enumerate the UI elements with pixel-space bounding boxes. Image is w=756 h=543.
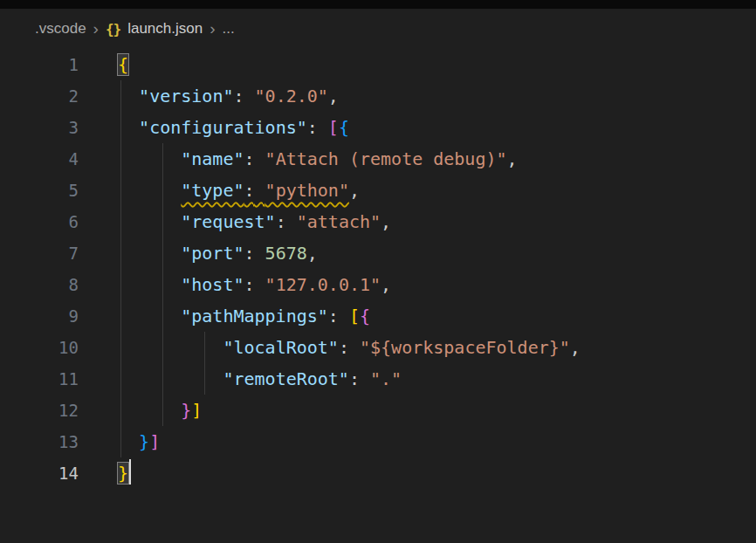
code-token: "version": [139, 86, 233, 107]
code-line-content[interactable]: "remoteRoot": ".": [79, 363, 756, 395]
code-line[interactable]: 5 "type": "python",: [0, 175, 756, 206]
line-number[interactable]: 1: [0, 49, 79, 80]
line-number[interactable]: 14: [0, 457, 79, 489]
code-token: [118, 211, 181, 232]
code-tokens: "request": "attach",: [118, 211, 391, 232]
line-number[interactable]: 11: [0, 363, 79, 395]
code-line[interactable]: 14}: [0, 457, 756, 489]
code-token: ".": [370, 368, 402, 389]
code-line-content[interactable]: }: [79, 457, 756, 489]
line-number[interactable]: 2: [0, 80, 79, 112]
code-tokens: "name": "Attach (remote debug)",: [118, 148, 518, 169]
code-line[interactable]: 7 "port": 5678,: [0, 237, 756, 269]
code-token: [118, 243, 181, 264]
code-line-content[interactable]: "port": 5678,: [79, 237, 756, 269]
code-token: "python": [265, 180, 349, 201]
code-line-content[interactable]: "pathMappings": [{: [79, 300, 756, 332]
code-token: }: [181, 400, 191, 421]
code-token: [118, 86, 139, 107]
code-token: :: [349, 368, 370, 389]
line-number[interactable]: 12: [0, 395, 79, 426]
chevron-right-icon: ›: [210, 20, 215, 37]
code-token: :: [233, 86, 254, 107]
code-token: [118, 148, 181, 169]
code-line-content[interactable]: "name": "Attach (remote debug)",: [79, 143, 756, 175]
code-token: [118, 180, 181, 201]
code-line-content[interactable]: "request": "attach",: [79, 206, 756, 237]
code-line[interactable]: 6 "request": "attach",: [0, 206, 756, 237]
code-token: "remoteRoot": [223, 368, 349, 389]
code-token: [118, 274, 181, 295]
code-token: "request": [181, 211, 275, 232]
line-number[interactable]: 6: [0, 206, 79, 237]
code-token: ,: [381, 274, 391, 295]
code-token: [118, 431, 139, 452]
code-token: "${workspaceFolder}": [360, 337, 570, 358]
code-token: :: [328, 306, 349, 326]
code-token: :: [244, 180, 265, 201]
line-number[interactable]: 8: [0, 269, 79, 300]
code-line-content[interactable]: "configurations": [{: [79, 112, 756, 143]
code-token: "Attach (remote debug)": [265, 148, 507, 169]
vscode-editor-window: .vscode › {} launch.json › ... 1{2 "vers…: [0, 0, 756, 543]
code-token: ,: [381, 211, 391, 232]
code-line[interactable]: 9 "pathMappings": [{: [0, 300, 756, 332]
code-line[interactable]: 10 "localRoot": "${workspaceFolder}",: [0, 332, 756, 363]
code-token: }: [139, 431, 149, 452]
code-line[interactable]: 11 "remoteRoot": ".": [0, 363, 756, 395]
code-line-content[interactable]: "version": "0.2.0",: [79, 80, 756, 112]
code-tokens: "port": 5678,: [118, 243, 318, 264]
code-token: [118, 368, 223, 389]
line-number[interactable]: 9: [0, 300, 79, 332]
code-line[interactable]: 8 "host": "127.0.0.1",: [0, 269, 756, 300]
code-token: :: [276, 211, 297, 232]
code-line-content[interactable]: {: [79, 49, 756, 80]
code-token: :: [244, 148, 265, 169]
code-line-content[interactable]: "localRoot": "${workspaceFolder}",: [79, 332, 756, 363]
code-token: 5678: [265, 243, 307, 264]
line-number[interactable]: 7: [0, 237, 79, 269]
code-tokens: "localRoot": "${workspaceFolder}",: [118, 337, 581, 358]
code-tokens: "remoteRoot": ".": [118, 368, 402, 389]
line-number[interactable]: 5: [0, 175, 79, 206]
code-token: :: [244, 243, 265, 264]
code-token: :: [307, 117, 328, 138]
tab-bar-edge: [0, 0, 756, 9]
code-tokens: }]: [118, 400, 202, 421]
code-tokens: "type": "python",: [118, 180, 360, 201]
code-token: "attach": [297, 211, 381, 232]
code-token: [118, 117, 139, 138]
code-token: ,: [328, 86, 339, 107]
code-token: ]: [191, 400, 202, 421]
code-tokens: "pathMappings": [{: [118, 306, 370, 326]
line-number[interactable]: 10: [0, 332, 79, 363]
code-tokens: {: [118, 54, 128, 75]
code-line[interactable]: 2 "version": "0.2.0",: [0, 80, 756, 112]
code-tokens: "host": "127.0.0.1",: [118, 274, 391, 295]
code-line-content[interactable]: }]: [79, 426, 756, 457]
line-number[interactable]: 13: [0, 426, 79, 457]
line-number[interactable]: 3: [0, 112, 79, 143]
code-line[interactable]: 3 "configurations": [{: [0, 112, 756, 143]
code-token: "pathMappings": [181, 306, 328, 326]
code-line-content[interactable]: "type": "python",: [79, 175, 756, 206]
breadcrumb-folder[interactable]: .vscode: [35, 20, 86, 38]
code-editor[interactable]: 1{2 "version": "0.2.0",3 "configurations…: [0, 49, 756, 489]
code-token: ,: [507, 148, 518, 169]
code-token: {: [118, 54, 128, 75]
code-line[interactable]: 12 }]: [0, 395, 756, 426]
code-tokens: "version": "0.2.0",: [118, 86, 339, 107]
code-line-content[interactable]: "host": "127.0.0.1",: [79, 269, 756, 300]
code-token: "port": [181, 243, 244, 264]
code-line-content[interactable]: }]: [79, 395, 756, 426]
breadcrumb-file[interactable]: launch.json: [127, 20, 203, 38]
code-line[interactable]: 1{: [0, 49, 756, 80]
code-token: [118, 306, 181, 326]
breadcrumb-symbol[interactable]: ...: [223, 20, 235, 38]
line-number[interactable]: 4: [0, 143, 79, 175]
code-line[interactable]: 4 "name": "Attach (remote debug)",: [0, 143, 756, 175]
code-tokens: "configurations": [{: [118, 117, 349, 138]
code-tokens: }]: [118, 431, 160, 452]
code-token: ,: [349, 180, 360, 201]
code-line[interactable]: 13 }]: [0, 426, 756, 457]
